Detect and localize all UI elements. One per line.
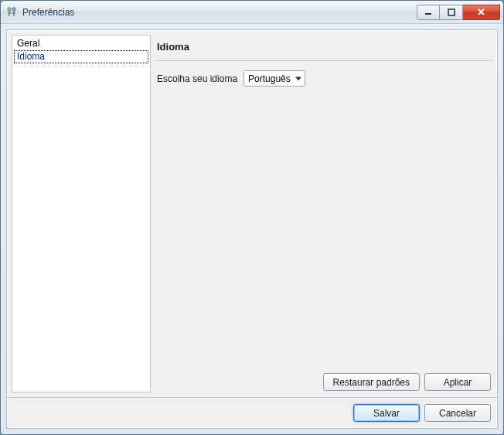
main-panel: Idioma Escolha seu idioma Português Rest… xyxy=(155,35,492,393)
svg-rect-3 xyxy=(448,9,455,15)
page-title: Idioma xyxy=(155,35,492,61)
client-area: Geral Idioma Idioma Escolha seu idioma P… xyxy=(6,29,498,429)
window-controls xyxy=(417,5,500,20)
app-icon xyxy=(5,6,18,19)
maximize-icon xyxy=(448,8,455,16)
dialog-footer: Salvar Cancelar xyxy=(7,397,497,428)
save-button[interactable]: Salvar xyxy=(353,404,420,422)
sidebar-item-geral[interactable]: Geral xyxy=(14,37,148,50)
close-button[interactable] xyxy=(463,5,500,20)
window-title: Preferências xyxy=(22,7,417,18)
titlebar[interactable]: Preferências xyxy=(1,1,503,24)
svg-point-1 xyxy=(12,7,15,10)
language-select-value: Português xyxy=(248,73,291,84)
language-row: Escolha seu idioma Português xyxy=(155,61,492,96)
preferences-window: Preferências Geral Idioma xyxy=(0,0,504,435)
sidebar: Geral Idioma xyxy=(12,35,151,393)
main-footer: Restaurar padrões Aplicar xyxy=(155,370,492,393)
svg-rect-2 xyxy=(425,13,431,15)
cancel-button[interactable]: Cancelar xyxy=(424,404,491,422)
minimize-icon xyxy=(424,8,432,16)
sidebar-item-label: Geral xyxy=(17,38,39,49)
close-icon xyxy=(477,8,485,16)
svg-point-0 xyxy=(8,7,11,10)
chevron-down-icon xyxy=(295,76,301,80)
minimize-button[interactable] xyxy=(417,5,440,20)
language-select[interactable]: Português xyxy=(243,70,305,87)
language-label: Escolha seu idioma xyxy=(157,73,237,84)
sidebar-item-label: Idioma xyxy=(17,51,45,62)
body-area: Geral Idioma Idioma Escolha seu idioma P… xyxy=(7,30,497,397)
sidebar-item-idioma[interactable]: Idioma xyxy=(14,50,148,63)
restore-defaults-button[interactable]: Restaurar padrões xyxy=(323,373,420,391)
maximize-button[interactable] xyxy=(440,5,463,20)
apply-button[interactable]: Aplicar xyxy=(424,373,491,391)
